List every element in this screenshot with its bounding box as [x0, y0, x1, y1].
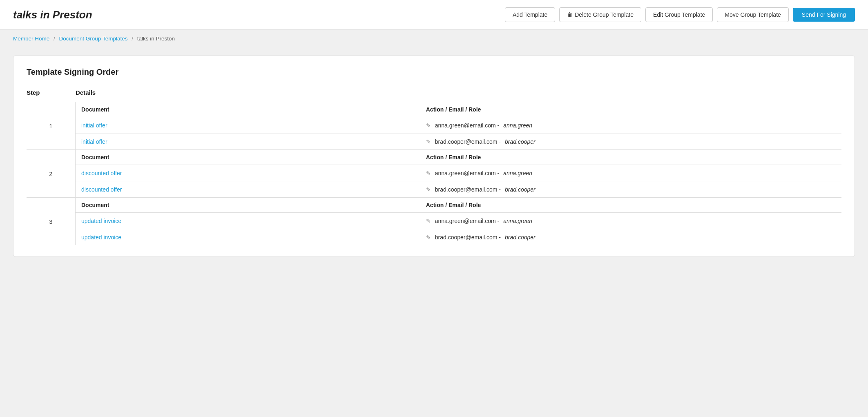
step-group-1: 1DocumentAction / Email / Roleinitial of…	[27, 102, 841, 149]
action-cell: ✎anna.green@email.com - anna.green	[420, 165, 841, 181]
document-cell: discounted offer	[76, 165, 420, 181]
document-link[interactable]: initial offer	[81, 138, 107, 145]
col-document-header: Document	[76, 198, 420, 212]
table-row: updated invoice✎anna.green@email.com - a…	[76, 213, 841, 229]
email-text: brad.cooper@email.com -	[435, 138, 501, 145]
document-cell: discounted offer	[76, 181, 420, 197]
email-text: anna.green@email.com -	[435, 218, 499, 224]
table-row: initial offer✎anna.green@email.com - ann…	[76, 117, 841, 134]
document-link[interactable]: discounted offer	[81, 170, 122, 176]
step-number-3: 3	[27, 198, 76, 245]
card: Template Signing Order Step Details 1Doc…	[13, 56, 855, 257]
edit-icon: ✎	[426, 218, 431, 224]
table-row: discounted offer✎brad.cooper@email.com -…	[76, 181, 841, 197]
edit-icon: ✎	[426, 138, 431, 145]
card-title: Template Signing Order	[27, 67, 841, 77]
edit-icon: ✎	[426, 170, 431, 176]
action-cell: ✎brad.cooper@email.com - brad.cooper	[420, 230, 841, 245]
col-action-header: Action / Email / Role	[420, 150, 841, 165]
step-group-3: 3DocumentAction / Email / Roleupdated in…	[27, 197, 841, 245]
document-link[interactable]: updated invoice	[81, 218, 121, 224]
document-cell: initial offer	[76, 117, 420, 133]
header: talks in Preston Add Template 🗑Delete Gr…	[0, 0, 868, 30]
action-cell: ✎anna.green@email.com - anna.green	[420, 118, 841, 133]
step-group-2: 2DocumentAction / Email / Rolediscounted…	[27, 149, 841, 197]
step-row-1: 1DocumentAction / Email / Roleinitial of…	[27, 102, 841, 149]
breadcrumb-sep-1: /	[54, 36, 55, 42]
breadcrumb-document-group-templates[interactable]: Document Group Templates	[59, 36, 128, 42]
inner-header-2: DocumentAction / Email / Role	[76, 150, 841, 165]
document-link[interactable]: initial offer	[81, 122, 107, 129]
action-cell: ✎brad.cooper@email.com - brad.cooper	[420, 182, 841, 197]
step-number-2: 2	[27, 150, 76, 197]
col-header-step: Step	[27, 86, 76, 99]
email-text: anna.green@email.com -	[435, 122, 499, 129]
table-column-headers: Step Details	[27, 86, 841, 102]
table-row: discounted offer✎anna.green@email.com - …	[76, 165, 841, 181]
document-cell: updated invoice	[76, 229, 420, 245]
steps-container: 1DocumentAction / Email / Roleinitial of…	[27, 102, 841, 245]
action-cell: ✎anna.green@email.com - anna.green	[420, 213, 841, 229]
role-text: brad.cooper	[505, 234, 536, 241]
edit-icon: ✎	[426, 186, 431, 193]
role-text: brad.cooper	[505, 186, 536, 193]
col-document-header: Document	[76, 102, 420, 117]
action-cell: ✎brad.cooper@email.com - brad.cooper	[420, 134, 841, 149]
breadcrumb-current: talks in Preston	[137, 36, 175, 42]
main-content: Template Signing Order Step Details 1Doc…	[0, 47, 868, 270]
trash-icon: 🗑	[567, 11, 573, 18]
document-cell: initial offer	[76, 134, 420, 149]
email-text: anna.green@email.com -	[435, 170, 499, 176]
document-link[interactable]: updated invoice	[81, 234, 121, 241]
role-text: anna.green	[503, 218, 532, 224]
role-text: anna.green	[503, 122, 532, 129]
breadcrumb-member-home[interactable]: Member Home	[13, 36, 49, 42]
edit-icon: ✎	[426, 234, 431, 241]
breadcrumb-sep-2: /	[132, 36, 133, 42]
step-number-1: 1	[27, 102, 76, 149]
col-document-header: Document	[76, 150, 420, 165]
breadcrumb: Member Home / Document Group Templates /…	[0, 30, 868, 47]
table-row: initial offer✎brad.cooper@email.com - br…	[76, 134, 841, 149]
step-details-3: DocumentAction / Email / Roleupdated inv…	[76, 198, 841, 245]
role-text: anna.green	[503, 170, 532, 176]
col-action-header: Action / Email / Role	[420, 102, 841, 117]
document-cell: updated invoice	[76, 213, 420, 229]
inner-header-1: DocumentAction / Email / Role	[76, 102, 841, 117]
document-link[interactable]: discounted offer	[81, 186, 122, 193]
step-details-2: DocumentAction / Email / Rolediscounted …	[76, 150, 841, 197]
send-for-signing-button[interactable]: Send For Signing	[793, 8, 855, 22]
role-text: brad.cooper	[505, 138, 536, 145]
add-template-button[interactable]: Add Template	[505, 7, 555, 22]
email-text: brad.cooper@email.com -	[435, 234, 501, 241]
email-text: brad.cooper@email.com -	[435, 186, 501, 193]
edit-group-template-button[interactable]: Edit Group Template	[645, 7, 713, 22]
edit-icon: ✎	[426, 122, 431, 129]
delete-group-template-button[interactable]: 🗑Delete Group Template	[559, 7, 641, 22]
step-row-3: 3DocumentAction / Email / Roleupdated in…	[27, 198, 841, 245]
table-row: updated invoice✎brad.cooper@email.com - …	[76, 229, 841, 245]
page-title: talks in Preston	[13, 9, 92, 21]
inner-header-3: DocumentAction / Email / Role	[76, 198, 841, 213]
move-group-template-button[interactable]: Move Group Template	[717, 7, 788, 22]
step-details-1: DocumentAction / Email / Roleinitial off…	[76, 102, 841, 149]
step-row-2: 2DocumentAction / Email / Rolediscounted…	[27, 150, 841, 197]
col-header-details: Details	[76, 86, 96, 99]
col-action-header: Action / Email / Role	[420, 198, 841, 212]
header-buttons: Add Template 🗑Delete Group Template Edit…	[505, 7, 855, 22]
